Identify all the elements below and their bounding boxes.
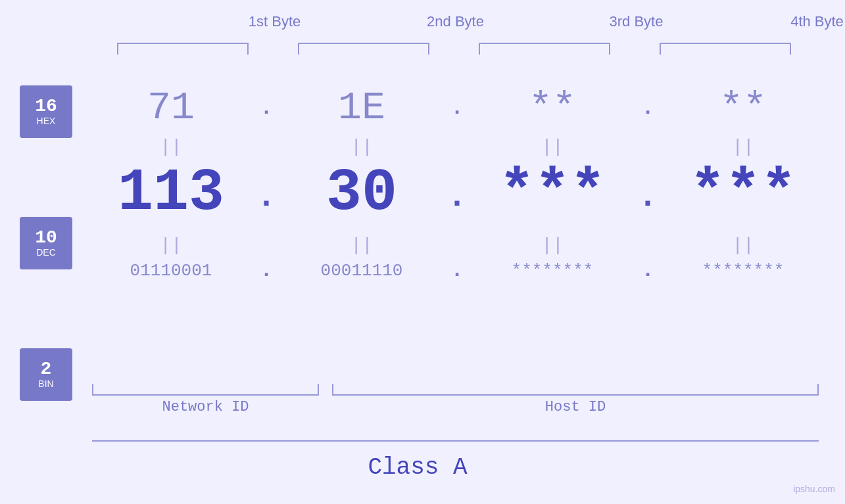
equals-1-4: || (671, 137, 815, 157)
bin-row: 01110001 . 00011110 . ******** . *******… (92, 258, 822, 283)
dot-dec-1: . (256, 178, 276, 216)
bracket-byte-1 (117, 43, 249, 55)
equals-2-1: || (99, 235, 243, 256)
hex-value-2: 1E (338, 85, 385, 130)
dot-hex-2: . (447, 96, 467, 120)
hex-value-1: 71 (147, 85, 195, 130)
dec-byte-2: 30 (289, 160, 434, 227)
network-bracket (92, 384, 319, 396)
bin-byte-2: 00011110 (289, 261, 434, 281)
dot-dec-2: . (447, 178, 467, 216)
hex-value-3: ** (529, 85, 576, 130)
equals-2-4: || (671, 235, 815, 256)
hex-value-4: ** (719, 85, 767, 130)
equals-1-3: || (480, 137, 625, 157)
bin-value-2: 00011110 (321, 261, 403, 281)
dec-value-4: *** (690, 160, 796, 227)
dec-row: 113 . 30 . *** . *** (92, 160, 822, 227)
dot-hex-3: . (638, 96, 658, 120)
main-container: 1st Byte 2nd Byte 3rd Byte 4th Byte 16 H… (0, 0, 845, 504)
hex-label: HEX (37, 116, 56, 126)
byte-4-header: 4th Byte (745, 13, 846, 30)
bin-badge: 2 BIN (20, 348, 72, 401)
bin-label: BIN (38, 378, 53, 389)
dec-value-2: 30 (326, 160, 397, 227)
top-brackets (92, 43, 815, 55)
bin-byte-1: 01110001 (99, 261, 243, 281)
network-id-label: Network ID (92, 399, 319, 415)
bin-number: 2 (41, 360, 52, 378)
equals-row-2: || || || || (92, 232, 822, 258)
hex-number: 16 (35, 97, 57, 116)
byte-headers: 1st Byte 2nd Byte 3rd Byte 4th Byte (184, 13, 845, 30)
equals-1-2: || (289, 137, 434, 157)
dec-value-1: 113 (118, 160, 224, 227)
byte-3-header: 3rd Byte (564, 13, 709, 30)
hex-byte-3: ** (480, 85, 625, 130)
bin-value-3: ******** (512, 261, 594, 281)
bin-value-1: 01110001 (130, 261, 212, 281)
dec-badge: 10 DEC (20, 217, 72, 269)
hex-badge: 16 HEX (20, 85, 72, 138)
equals-2-3: || (480, 235, 625, 256)
hex-byte-1: 71 (99, 85, 243, 130)
dec-number: 10 (35, 229, 57, 247)
equals-row-1: || || || || (92, 133, 822, 160)
dec-byte-1: 113 (99, 160, 243, 227)
data-grid: 71 . 1E . ** . ** || || || || (92, 66, 822, 283)
dot-bin-1: . (256, 258, 276, 283)
hex-byte-2: 1E (289, 85, 434, 130)
watermark: ipshu.com (793, 484, 835, 494)
class-label: Class A (0, 454, 835, 481)
bracket-byte-4 (660, 43, 791, 55)
dot-dec-3: . (638, 178, 658, 216)
base-labels: 16 HEX 10 DEC 2 BIN (20, 85, 72, 401)
dec-value-3: *** (499, 160, 606, 227)
equals-1-1: || (99, 137, 243, 157)
bin-byte-3: ******** (480, 261, 625, 281)
bracket-byte-2 (298, 43, 429, 55)
bracket-byte-3 (479, 43, 610, 55)
dec-label: DEC (36, 247, 56, 258)
dot-hex-1: . (256, 96, 276, 120)
byte-2-header: 2nd Byte (383, 13, 528, 30)
dec-byte-4: *** (671, 160, 815, 227)
byte-1-header: 1st Byte (203, 13, 347, 30)
host-id-label: Host ID (332, 399, 819, 415)
bin-byte-4: ******** (671, 261, 815, 281)
hex-row: 71 . 1E . ** . ** (92, 85, 822, 130)
dot-bin-3: . (638, 258, 658, 283)
dot-bin-2: . (447, 258, 467, 283)
full-span-bracket (92, 440, 819, 442)
equals-2-2: || (289, 235, 434, 256)
host-bracket (332, 384, 819, 396)
dec-byte-3: *** (480, 160, 625, 227)
hex-byte-4: ** (671, 85, 815, 130)
bin-value-4: ******** (702, 261, 785, 281)
